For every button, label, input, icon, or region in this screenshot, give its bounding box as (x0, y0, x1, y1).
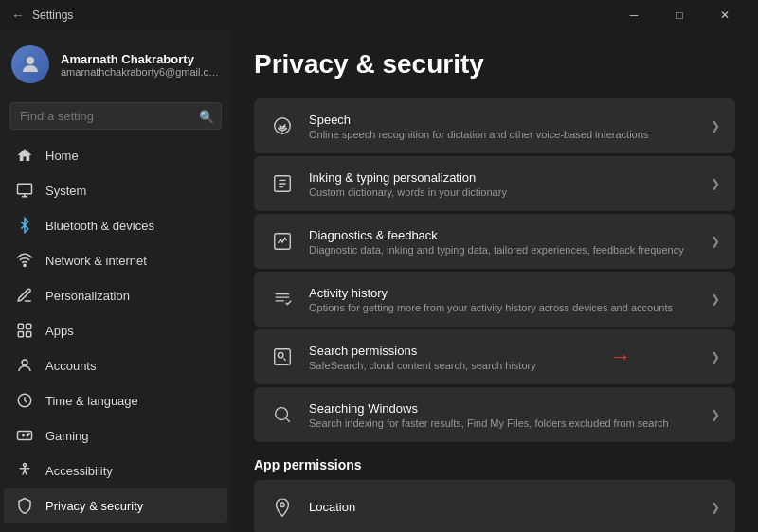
setting-name-search-permissions: Search permissions (309, 344, 697, 358)
avatar (11, 45, 49, 83)
setting-diagnostics[interactable]: Diagnostics & feedback Diagnostic data, … (254, 214, 735, 269)
apps-icon (15, 321, 34, 340)
gaming-icon (15, 426, 34, 445)
sidebar-item-update[interactable]: Windows Update (4, 523, 227, 532)
setting-activity[interactable]: Activity history Options for getting mor… (254, 272, 735, 327)
svg-point-11 (28, 434, 30, 435)
location-icon (269, 494, 296, 521)
nav-list: Home System Bluetooth & devices Network … (0, 137, 231, 532)
setting-text-search-permissions: Search permissions SafeSearch, cloud con… (309, 344, 697, 371)
search-box: 🔍 (9, 102, 222, 130)
setting-text-location: Location (309, 500, 697, 516)
activity-icon (269, 286, 296, 312)
svg-rect-6 (27, 332, 31, 337)
setting-text-speech: Speech Online speech recognition for dic… (309, 113, 697, 140)
diagnostics-icon (269, 228, 296, 255)
title-bar-title: Settings (32, 9, 73, 22)
sidebar-item-privacy[interactable]: Privacy & security (4, 488, 227, 523)
main-layout: Amarnath Chakraborty amarnathchakraborty… (0, 30, 758, 532)
bluetooth-icon (15, 216, 34, 235)
user-profile[interactable]: Amarnath Chakraborty amarnathchakraborty… (0, 30, 231, 98)
search-input[interactable] (9, 102, 222, 130)
chevron-inking: ❯ (711, 177, 720, 190)
setting-text-diagnostics: Diagnostics & feedback Diagnostic data, … (309, 228, 697, 256)
sidebar-item-label-time: Time & language (45, 394, 216, 408)
sidebar-item-home[interactable]: Home (4, 138, 227, 172)
setting-location[interactable]: Location ❯ (254, 480, 735, 532)
setting-text-activity: Activity history Options for getting mor… (309, 286, 697, 313)
setting-speech[interactable]: Speech Online speech recognition for dic… (254, 98, 735, 153)
sidebar-item-label-privacy: Privacy & security (45, 499, 216, 513)
inking-icon (269, 170, 296, 197)
user-name: Amarnath Chakraborty (61, 52, 220, 66)
chevron-searching-windows: ❯ (711, 408, 720, 421)
accounts-icon (15, 356, 34, 375)
svg-point-0 (27, 57, 34, 64)
chevron-location: ❯ (711, 501, 720, 514)
sidebar: Amarnath Chakraborty amarnathchakraborty… (0, 30, 231, 532)
sidebar-item-label-network: Network & internet (45, 254, 216, 268)
user-email: amarnathchakraborty6@gmail.com (61, 66, 220, 78)
chevron-search-permissions: ❯ (711, 350, 720, 364)
setting-name-location: Location (309, 500, 697, 514)
privacy-icon (15, 496, 34, 515)
search-permissions-icon (269, 344, 296, 370)
svg-point-12 (24, 464, 27, 467)
minimize-button[interactable]: ─ (612, 0, 656, 30)
svg-point-17 (278, 352, 283, 358)
setting-search-permissions[interactable]: Search permissions SafeSearch, cloud con… (254, 329, 735, 384)
setting-inking[interactable]: Inking & typing personalization Custom d… (254, 156, 735, 211)
svg-point-19 (280, 503, 285, 507)
setting-searching-windows[interactable]: Searching Windows Search indexing for fa… (254, 387, 735, 442)
content-area: Privacy & security Speech Online speech … (231, 30, 758, 532)
chevron-activity: ❯ (711, 293, 720, 306)
sidebar-item-time[interactable]: Time & language (4, 383, 227, 417)
setting-desc-inking: Custom dictionary, words in your diction… (309, 186, 697, 198)
user-info: Amarnath Chakraborty amarnathchakraborty… (61, 52, 220, 78)
sidebar-item-apps[interactable]: Apps (4, 313, 227, 347)
setting-text-searching-windows: Searching Windows Search indexing for fa… (309, 401, 697, 429)
sidebar-item-bluetooth[interactable]: Bluetooth & devices (4, 208, 227, 242)
home-icon (15, 146, 34, 165)
sidebar-item-label-bluetooth: Bluetooth & devices (45, 219, 216, 233)
chevron-speech: ❯ (711, 119, 720, 133)
maximize-button[interactable]: □ (658, 0, 701, 30)
svg-rect-3 (18, 324, 23, 328)
setting-text-inking: Inking & typing personalization Custom d… (309, 170, 697, 198)
close-button[interactable]: ✕ (703, 0, 747, 30)
setting-desc-searching-windows: Search indexing for faster results, Find… (309, 417, 697, 429)
search-icon: 🔍 (199, 109, 214, 123)
system-icon (15, 181, 34, 200)
sidebar-item-label-accounts: Accounts (45, 359, 216, 373)
sidebar-item-network[interactable]: Network & internet (4, 243, 227, 277)
back-button[interactable]: ← (11, 8, 25, 23)
svg-point-2 (24, 264, 26, 266)
title-bar-left: ← Settings (11, 8, 612, 23)
sidebar-item-label-gaming: Gaming (45, 429, 216, 443)
accessibility-icon (15, 461, 34, 480)
personalization-icon (15, 286, 34, 305)
sidebar-item-gaming[interactable]: Gaming (4, 418, 227, 452)
chevron-diagnostics: ❯ (711, 235, 720, 248)
sidebar-item-label-apps: Apps (45, 324, 216, 338)
svg-rect-5 (18, 332, 23, 337)
sidebar-item-system[interactable]: System (4, 173, 227, 207)
setting-name-searching-windows: Searching Windows (309, 401, 697, 416)
sidebar-item-accessibility[interactable]: Accessibility (4, 453, 227, 488)
setting-name-speech: Speech (309, 113, 697, 127)
sidebar-item-accounts[interactable]: Accounts (4, 348, 227, 382)
title-bar: ← Settings ─ □ ✕ (0, 0, 758, 30)
setting-desc-diagnostics: Diagnostic data, inking and typing data,… (309, 244, 697, 256)
sidebar-item-personalization[interactable]: Personalization (4, 278, 227, 312)
svg-point-7 (22, 360, 27, 365)
time-icon (15, 391, 34, 410)
setting-desc-activity: Options for getting more from your activ… (309, 302, 697, 313)
sidebar-item-label-personalization: Personalization (45, 289, 216, 303)
title-bar-controls: ─ □ ✕ (612, 0, 747, 30)
svg-point-18 (276, 408, 288, 420)
searching-windows-icon (269, 401, 296, 428)
setting-name-inking: Inking & typing personalization (309, 170, 697, 185)
setting-desc-speech: Online speech recognition for dictation … (309, 129, 697, 140)
setting-desc-search-permissions: SafeSearch, cloud content search, search… (309, 360, 697, 371)
network-icon (15, 251, 34, 270)
